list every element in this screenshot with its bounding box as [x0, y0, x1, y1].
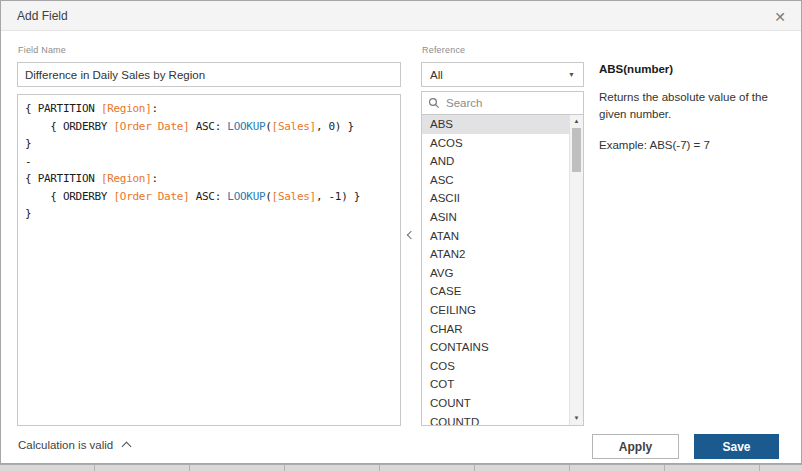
function-item-case[interactable]: CASE	[422, 282, 569, 301]
search-input[interactable]	[446, 97, 556, 109]
function-detail-panel: ABS(number) Returns the absolute value o…	[599, 63, 795, 151]
apply-button[interactable]: Apply	[592, 434, 679, 459]
calculation-status-text: Calculation is valid	[18, 439, 113, 451]
reference-dropdown[interactable]: All ▼	[421, 62, 584, 87]
function-list-container: ABSACOSANDASCASCIIASINATANATAN2AVGCASECE…	[421, 114, 584, 426]
scroll-up-icon[interactable]: ▲	[570, 116, 583, 127]
dialog-header: Add Field ✕	[1, 1, 801, 31]
dialog-title: Add Field	[17, 9, 68, 23]
background-grid-strip	[0, 464, 802, 471]
scroll-down-icon[interactable]: ▼	[570, 413, 583, 424]
chevron-left-icon	[407, 231, 415, 239]
save-button[interactable]: Save	[694, 434, 779, 459]
scrollbar-thumb[interactable]	[572, 128, 581, 172]
function-search-box[interactable]	[421, 91, 584, 115]
function-item-acos[interactable]: ACOS	[422, 134, 569, 153]
function-item-asc[interactable]: ASC	[422, 171, 569, 190]
function-item-and[interactable]: AND	[422, 152, 569, 171]
function-item-char[interactable]: CHAR	[422, 320, 569, 339]
calculation-status[interactable]: Calculation is valid	[18, 439, 130, 451]
function-item-cot[interactable]: COT	[422, 375, 569, 394]
chevron-down-icon: ▼	[568, 71, 575, 78]
function-item-abs[interactable]: ABS	[422, 115, 569, 134]
function-item-atan[interactable]: ATAN	[422, 227, 569, 246]
collapse-panel-button[interactable]	[404, 227, 418, 243]
function-item-ceiling[interactable]: CEILING	[422, 301, 569, 320]
field-name-input[interactable]	[17, 62, 401, 87]
field-name-label: Field Name	[18, 45, 66, 55]
function-list: ABSACOSANDASCASCIIASINATANATAN2AVGCASECE…	[422, 115, 569, 426]
function-item-contains[interactable]: CONTAINS	[422, 338, 569, 357]
function-list-scrollbar[interactable]: ▲ ▼	[569, 115, 583, 425]
function-description: Returns the absolute value of the given …	[599, 89, 795, 123]
add-field-dialog: Add Field ✕ Field Name { PARTITION [Regi…	[0, 0, 802, 464]
close-icon[interactable]: ✕	[769, 6, 791, 28]
function-item-ascii[interactable]: ASCII	[422, 189, 569, 208]
function-item-count[interactable]: COUNT	[422, 394, 569, 413]
reference-selected-value: All	[430, 69, 443, 81]
function-item-cos[interactable]: COS	[422, 357, 569, 376]
search-icon	[428, 97, 440, 109]
formula-editor[interactable]: { PARTITION [Region]: { ORDERBY [Order D…	[17, 94, 401, 426]
function-example: Example: ABS(-7) = 7	[599, 139, 795, 151]
function-item-countd[interactable]: COUNTD	[422, 413, 569, 427]
function-signature: ABS(number)	[599, 63, 795, 75]
chevron-up-icon	[122, 442, 132, 452]
function-item-atan2[interactable]: ATAN2	[422, 245, 569, 264]
function-item-asin[interactable]: ASIN	[422, 208, 569, 227]
function-item-avg[interactable]: AVG	[422, 264, 569, 283]
reference-label: Reference	[422, 45, 465, 55]
add-field-dialog-screen: Add Field ✕ Field Name { PARTITION [Regi…	[0, 0, 802, 471]
